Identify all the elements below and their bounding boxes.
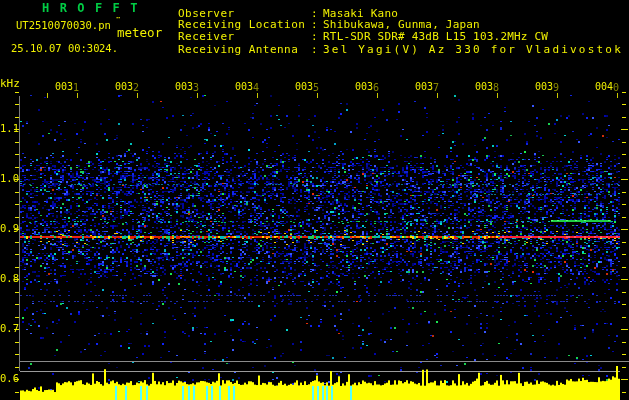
info-label: Receiver — [178, 30, 311, 43]
x-axis-label: 0039 — [535, 81, 559, 92]
datetime-label: 25.10.07 00:30 — [11, 43, 100, 54]
program-label: meteor — [117, 27, 162, 38]
y-axis-label: 1.0 — [0, 173, 16, 184]
x-axis-label: 0037 — [415, 81, 439, 92]
x-axis-label: 0031 — [55, 81, 79, 92]
x-axis-label: 0040 — [595, 81, 619, 92]
x-axis-label: 0033 — [175, 81, 199, 92]
info-row-antenna: Receiving Antenna : 3el Yagi(V) Az 330 f… — [178, 43, 623, 56]
info-colon: : — [311, 30, 323, 43]
info-colon: : — [311, 43, 323, 56]
x-axis-label: 0035 — [295, 81, 319, 92]
x-axis-label: 0036 — [355, 81, 379, 92]
info-label: Receiving Antenna — [178, 43, 311, 56]
info-row-receiver: Receiver : RTL-SDR SDR# 43dB L15 103.2MH… — [178, 30, 548, 43]
x-axis-label: 0034 — [235, 81, 259, 92]
y-axis-label: 0.8 — [0, 273, 16, 284]
y-axis-label: 0.9 — [0, 223, 16, 234]
y-axis-label: 1.1 — [0, 123, 16, 134]
info-value: RTL-SDR SDR# 43dB L15 103.2MHz CW — [323, 30, 548, 43]
info-value: 3el Yagi(V) Az 330 for Vladivostok — [323, 43, 623, 56]
y-axis-label: 0.7 — [0, 323, 16, 334]
filename-label: UT2510070030.pn — [16, 20, 111, 31]
app-title: H R O F F T — [42, 3, 139, 14]
count-label: 24. — [99, 43, 118, 54]
x-axis-label: 0038 — [475, 81, 499, 92]
spectrogram-canvas — [0, 0, 629, 400]
x-axis-label: 0032 — [115, 81, 139, 92]
y-axis-unit: kHz — [0, 78, 20, 89]
hrofft-window: H R O F F T UT2510070030.pn ¨ meteor 25.… — [0, 0, 629, 400]
y-axis-label: 0.6 — [0, 373, 16, 384]
